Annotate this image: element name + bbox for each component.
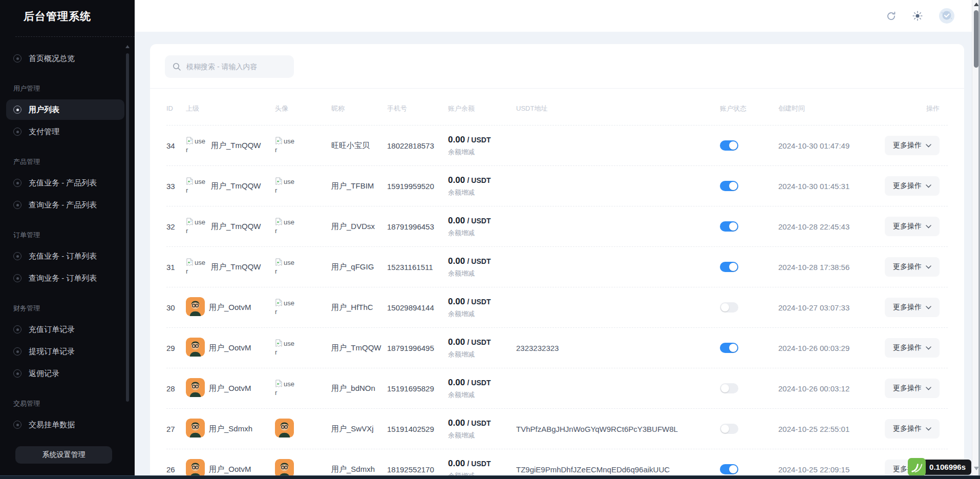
cell-usdt-address: TVhPfzABgJHJnWoGYqW9RCt6PcY3BUFW8L	[516, 425, 720, 433]
refresh-icon[interactable]	[886, 11, 897, 22]
cell-phone: 15029894144	[387, 303, 448, 312]
balance-adjust-link[interactable]: 余额增减	[448, 431, 516, 440]
balance-adjust-link[interactable]: 余额增减	[448, 188, 516, 197]
sidebar-group: 用户管理 用户列表 支付管理	[6, 84, 124, 142]
more-actions-button[interactable]: 更多操作	[885, 298, 940, 317]
sidebar-section-label: 产品管理	[13, 157, 123, 166]
cell-nickname: 用户_TFBIM	[331, 181, 387, 191]
sidebar-item[interactable]: 充值业务 - 订单列表	[6, 246, 124, 266]
more-actions-button[interactable]: 更多操作	[885, 338, 940, 358]
menu-dot-icon	[13, 325, 22, 334]
user-avatar	[186, 419, 205, 438]
sidebar-item[interactable]: 交易挂单数据	[6, 414, 124, 435]
system-settings-button[interactable]: 系统设置管理	[15, 446, 112, 464]
more-actions-button[interactable]: 更多操作	[885, 257, 940, 277]
more-actions-button[interactable]: 更多操作	[885, 136, 940, 155]
status-toggle[interactable]	[720, 262, 738, 272]
balance-adjust-link[interactable]: 余额增减	[448, 390, 516, 400]
user-profile-icon[interactable]	[939, 8, 955, 24]
status-toggle[interactable]	[720, 302, 738, 313]
sidebar-group: 交易管理 交易挂单数据	[6, 399, 124, 435]
cell-avatar: user	[275, 299, 331, 316]
balance-adjust-link[interactable]: 余额增减	[448, 228, 516, 238]
search-icon	[173, 63, 181, 71]
balance-adjust-link[interactable]: 余额增减	[448, 269, 516, 278]
scroll-up-icon[interactable]	[125, 45, 130, 48]
user-table: ID 上级 头像 昵称 手机号 账户余额 USDT地址 账户状态 创建时间 操作…	[150, 89, 964, 479]
sidebar-item[interactable]: 提现订单记录	[6, 341, 124, 362]
balance-adjust-link[interactable]: 余额增减	[448, 148, 516, 157]
status-toggle[interactable]	[720, 140, 738, 151]
sidebar-group: 订单管理 充值业务 - 订单列表 查询业务 - 订单列表	[6, 231, 124, 288]
balance-value: 0.00	[448, 135, 465, 144]
cell-balance: 0.00 / USDT 余额增减	[448, 297, 516, 319]
broken-image-icon: user	[275, 177, 296, 195]
sidebar-group: 财务管理 充值订单记录 提现订单记录 返佣记录	[6, 304, 124, 384]
status-toggle[interactable]	[720, 383, 738, 393]
cell-actions: 更多操作	[890, 338, 940, 358]
status-toggle[interactable]	[720, 343, 738, 353]
cell-created-at: 2024-10-26 00:03:29	[778, 344, 890, 352]
search-box[interactable]	[165, 55, 294, 78]
toggle-knob	[729, 465, 737, 473]
chevron-down-icon	[926, 144, 931, 148]
scroll-up-icon[interactable]	[974, 3, 979, 6]
balance-unit: / USDT	[467, 136, 491, 144]
sidebar-item[interactable]: 返佣记录	[6, 363, 124, 384]
balance-unit: / USDT	[467, 419, 491, 427]
page-scrollbar[interactable]	[972, 0, 980, 475]
user-avatar	[275, 419, 294, 438]
status-toggle[interactable]	[720, 181, 738, 191]
more-actions-button[interactable]: 更多操作	[885, 176, 940, 196]
page-scroll-thumb[interactable]	[974, 10, 978, 68]
avatar-slot: user	[275, 347, 296, 356]
cell-status	[720, 464, 778, 474]
cell-id: 31	[166, 263, 186, 272]
more-actions-button[interactable]: 更多操作	[885, 379, 940, 398]
status-toggle[interactable]	[720, 464, 738, 474]
thinkphp-trace-icon[interactable]	[908, 458, 926, 476]
sidebar-scrollbar[interactable]	[126, 45, 129, 479]
sidebar-item-home[interactable]: 首页概况总览	[6, 48, 124, 69]
theme-toggle-icon[interactable]	[912, 10, 923, 22]
status-toggle[interactable]	[720, 424, 738, 434]
parent-name: 用户_TmQQW	[211, 222, 261, 232]
cell-status	[720, 181, 778, 191]
parent-name: 用户_TmQQW	[211, 181, 261, 191]
status-toggle[interactable]	[720, 221, 738, 232]
cell-nickname: 用户_DVDsx	[331, 222, 387, 232]
sidebar-item[interactable]: 支付管理	[6, 121, 124, 142]
toggle-knob	[721, 303, 729, 311]
debug-badge: 0.106996s	[908, 458, 971, 476]
menu-dot-icon	[13, 201, 22, 209]
cell-nickname: 用户_Sdmxh	[331, 465, 387, 474]
cell-actions: 更多操作	[890, 379, 940, 398]
balance-adjust-link[interactable]: 余额增减	[448, 309, 516, 319]
cell-nickname: 用户_qFGIG	[331, 262, 387, 272]
balance-value: 0.00	[448, 216, 465, 225]
more-actions-button[interactable]: 更多操作	[885, 419, 940, 439]
cell-phone: 18022818573	[387, 141, 448, 150]
app-title: 后台管理系统	[0, 0, 135, 24]
sidebar-item[interactable]: 查询业务 - 订单列表	[6, 268, 124, 288]
cell-created-at: 2024-10-28 22:45:43	[778, 222, 890, 231]
sidebar-item[interactable]: 用户列表	[6, 99, 124, 120]
sidebar-item[interactable]: 查询业务 - 产品列表	[6, 195, 124, 215]
cell-status	[720, 424, 778, 434]
parent-avatar-slot: user	[186, 218, 207, 235]
balance-adjust-link[interactable]: 余额增减	[448, 350, 516, 359]
sidebar-item[interactable]: 充值业务 - 产品列表	[6, 173, 124, 193]
cell-phone: 15191402529	[387, 425, 448, 433]
col-header-usdt: USDT地址	[516, 104, 720, 113]
cell-created-at: 2024-10-25 22:09:15	[778, 465, 890, 474]
scroll-down-icon[interactable]	[974, 467, 979, 470]
sidebar-scroll-thumb[interactable]	[126, 53, 129, 402]
balance-unit: / USDT	[467, 379, 491, 387]
broken-image-icon: user	[186, 258, 207, 276]
avatar-slot	[275, 430, 294, 439]
chevron-down-icon	[926, 427, 931, 431]
cell-status	[720, 383, 778, 393]
more-actions-button[interactable]: 更多操作	[885, 217, 940, 236]
sidebar-item[interactable]: 充值订单记录	[6, 319, 124, 340]
search-input[interactable]	[186, 63, 284, 71]
